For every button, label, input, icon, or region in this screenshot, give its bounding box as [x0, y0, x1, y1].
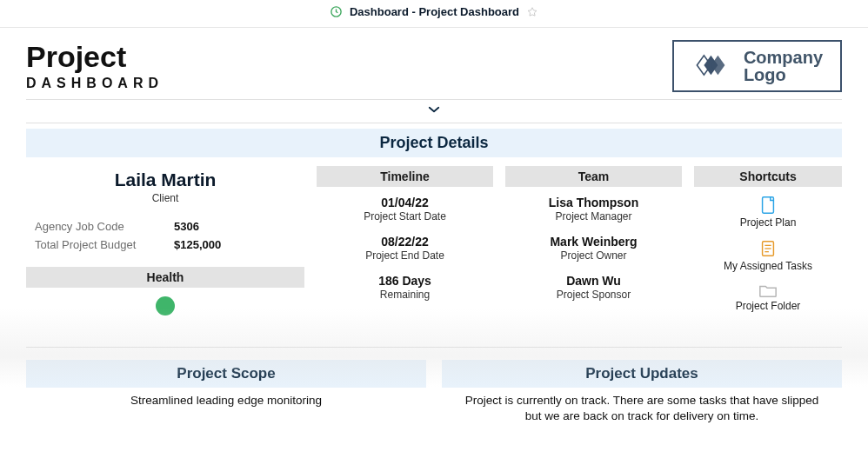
team-member-role: Project Sponsor: [505, 289, 682, 301]
doc-icon: [694, 196, 842, 215]
health-status-dot: [156, 296, 175, 316]
client-kv: Agency Job Code 5306 Total Project Budge…: [26, 220, 304, 251]
team-member-role: Project Manager: [505, 210, 682, 223]
project-scope-banner: Project Scope: [26, 360, 426, 388]
timeline-label: Project Start Date: [317, 210, 493, 223]
clock-icon: [330, 5, 343, 18]
timeline-item: 186 Days Remaining: [317, 274, 493, 301]
company-logo-icon: [691, 51, 733, 81]
team-member-role: Project Owner: [505, 249, 682, 262]
timeline-value: 08/22/22: [317, 235, 493, 249]
timeline-column: Timeline 01/04/22 Project Start Date 08/…: [317, 166, 493, 322]
top-bar: Dashboard - Project Dashboard: [0, 0, 868, 28]
timeline-item: 01/04/22 Project Start Date: [317, 196, 493, 223]
team-member: Lisa Thompson Project Manager: [505, 196, 682, 223]
shortcut-label: Project Folder: [694, 300, 842, 312]
project-updates-section: Project Updates Project is currently on …: [442, 360, 842, 424]
project-updates-text: Project is currently on track. There are…: [442, 393, 842, 424]
team-member-name: Dawn Wu: [505, 274, 682, 288]
team-header: Team: [505, 166, 682, 187]
timeline-label: Project End Date: [317, 249, 493, 262]
company-logo-text: Company Logo: [744, 49, 823, 83]
project-updates-banner: Project Updates: [442, 360, 842, 388]
shortcut-project-folder[interactable]: Project Folder: [694, 282, 842, 312]
timeline-value: 186 Days: [317, 274, 493, 288]
health-header: Health: [26, 267, 304, 288]
project-scope-text: Streamlined leading edge monitoring: [26, 393, 426, 409]
team-column: Team Lisa Thompson Project Manager Mark …: [505, 166, 682, 322]
bottom-row: Project Scope Streamlined leading edge m…: [26, 347, 842, 424]
project-details-banner: Project Details: [26, 129, 842, 157]
svg-rect-1: [763, 197, 774, 213]
chevron-down-icon: [426, 103, 442, 119]
header-row: Project DASHBOARD Company Logo: [26, 40, 842, 92]
agency-job-code-value: 5306: [174, 220, 296, 233]
client-column: Laila Martin Client Agency Job Code 5306…: [26, 166, 304, 322]
shortcut-label: My Assigned Tasks: [694, 260, 842, 272]
team-member: Mark Weinberg Project Owner: [505, 235, 682, 262]
page-breadcrumb: Dashboard - Project Dashboard: [350, 5, 519, 18]
team-member: Dawn Wu Project Sponsor: [505, 274, 682, 301]
favorite-star-icon[interactable]: [526, 6, 538, 18]
folder-icon: [694, 282, 842, 298]
timeline-item: 08/22/22 Project End Date: [317, 235, 493, 262]
timeline-label: Remaining: [317, 289, 493, 301]
health-indicator-wrap: [26, 296, 304, 316]
shortcuts-header: Shortcuts: [694, 166, 842, 187]
budget-value: $125,000: [174, 238, 296, 251]
team-member-name: Mark Weinberg: [505, 235, 682, 249]
page-title-block: Project DASHBOARD: [26, 40, 164, 91]
company-logo-box: Company Logo: [672, 40, 842, 92]
shortcut-my-tasks[interactable]: My Assigned Tasks: [694, 239, 842, 272]
team-member-name: Lisa Thompson: [505, 196, 682, 209]
timeline-value: 01/04/22: [317, 196, 493, 209]
shortcut-project-plan[interactable]: Project Plan: [694, 196, 842, 229]
project-scope-section: Project Scope Streamlined leading edge m…: [26, 360, 426, 424]
client-name: Laila Martin: [26, 169, 304, 190]
shortcut-label: Project Plan: [694, 216, 842, 229]
project-details-grid: Laila Martin Client Agency Job Code 5306…: [26, 166, 842, 322]
page-title: Project: [26, 40, 164, 74]
shortcuts-column: Shortcuts Project Plan: [694, 166, 842, 322]
client-role: Client: [26, 192, 304, 204]
page-content: Project DASHBOARD Company Logo P: [0, 28, 868, 424]
collapse-toggle[interactable]: [26, 99, 842, 123]
budget-label: Total Project Budget: [35, 238, 165, 251]
clipboard-icon: [694, 239, 842, 258]
agency-job-code-label: Agency Job Code: [35, 220, 165, 233]
page-subtitle: DASHBOARD: [26, 76, 164, 91]
timeline-header: Timeline: [317, 166, 493, 187]
